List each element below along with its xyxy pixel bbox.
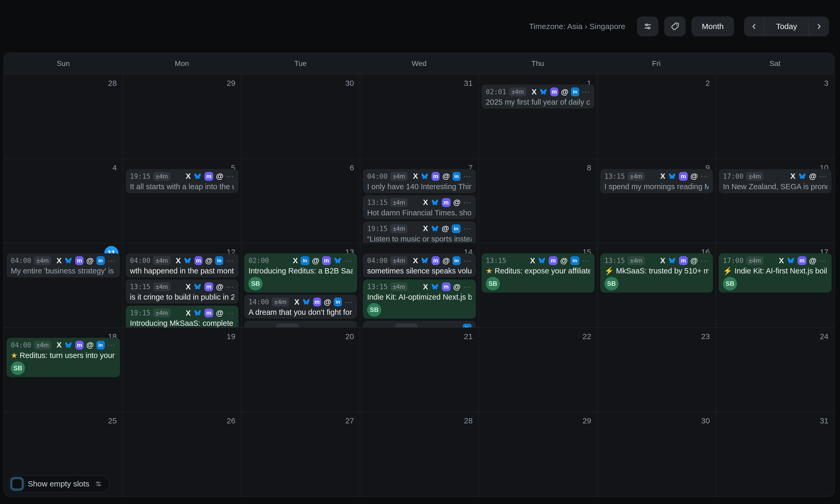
x-icon: X: [293, 257, 298, 265]
event-card[interactable]: 14:00±4mXm@in⋯A dream that you don’t fig…: [244, 295, 357, 319]
day-cell[interactable]: 20: [241, 327, 360, 412]
event-card[interactable]: 02:01±4mXm@in⋯2025 my first full year of…: [482, 85, 595, 109]
day-cell[interactable]: 28: [360, 412, 478, 496]
event-card[interactable]: 13:15±4mXm@⋯⚡MkSaaS: trusted by 510+ mak…: [600, 253, 713, 292]
event-time: 04:00: [11, 257, 31, 265]
day-cell[interactable]: 2: [597, 74, 716, 159]
today-button[interactable]: Today: [764, 17, 809, 36]
day-cell[interactable]: 29: [478, 412, 597, 496]
mastodon-icon: m: [322, 256, 331, 265]
event-card[interactable]: 19:15±4mX@in⋯“Listen to music or sports …: [363, 221, 476, 243]
day-cell[interactable]: 102:01±4mXm@in⋯2025 my first full year o…: [478, 74, 597, 159]
event-card[interactable]: 04:00±4mXm@in⋯My entire 'business strate…: [6, 253, 120, 277]
more-icon[interactable]: ⋯: [463, 172, 472, 181]
event-card[interactable]: 04:00±4mXm@in⋯I only have 140 Interestin…: [363, 169, 476, 193]
more-icon[interactable]: ⋯: [700, 256, 709, 265]
day-cell[interactable]: 519:15±4mXm@⋯It all starts with a leap i…: [123, 159, 241, 243]
day-cell[interactable]: 1302:00Xin@m⋯Introducing Reditus: a B2B …: [241, 243, 360, 327]
next-month-button[interactable]: ›: [809, 17, 829, 36]
more-icon[interactable]: ⋯: [463, 256, 472, 265]
day-cell[interactable]: 704:00±4mXm@in⋯I only have 140 Interesti…: [360, 159, 478, 243]
day-cell[interactable]: 1404:00±4mXm@in⋯sometimes silence speaks…: [360, 243, 478, 327]
more-icon[interactable]: ⋯: [226, 256, 234, 265]
day-cell[interactable]: 3: [716, 74, 834, 159]
more-icon[interactable]: ⋯: [700, 172, 709, 181]
event-meta-row: 13:15Xm@in⋯: [486, 256, 590, 265]
events-list: [719, 422, 832, 496]
filter-settings-button[interactable]: [637, 17, 658, 36]
event-card[interactable]: 19:15±4mXm@⋯It all starts with a leap in…: [126, 169, 239, 193]
event-card[interactable]: 13:15±4mXm@⋯I spend my mornings reading …: [600, 169, 713, 193]
more-icon[interactable]: ⋯: [226, 172, 234, 181]
more-icon[interactable]: ⋯: [226, 308, 234, 318]
more-icon[interactable]: ⋯: [582, 87, 590, 96]
day-cell[interactable]: 22: [478, 327, 597, 412]
mastodon-icon: m: [204, 172, 213, 181]
day-cell[interactable]: 28: [4, 74, 123, 159]
event-card[interactable]: 13:15±4mXm@⋯is it cringe to build in pub…: [126, 280, 239, 304]
day-header-fri: Fri: [597, 53, 716, 74]
view-mode-button[interactable]: Month: [691, 17, 734, 36]
event-card[interactable]: 04:00±4mXm@in⋯★Reditus: turn users into …: [6, 338, 120, 377]
more-icon[interactable]: ⋯: [819, 172, 827, 181]
day-cell[interactable]: 27: [241, 412, 360, 496]
slots-settings-icon[interactable]: [95, 480, 102, 488]
event-card[interactable]: 04:00±4mXm@in⋯wth happened in the past m…: [126, 253, 239, 277]
day-cell[interactable]: 23: [597, 327, 716, 412]
event-card[interactable]: 13:15Xm@in⋯★Reditus: expose your affilia…: [482, 253, 595, 292]
more-icon[interactable]: ⋯: [345, 298, 353, 307]
day-cell[interactable]: 1613:15±4mXm@⋯⚡MkSaaS: trusted by 510+ m…: [597, 243, 716, 327]
day-cell[interactable]: 31: [360, 74, 478, 159]
day-cell[interactable]: 30: [241, 74, 360, 159]
more-icon[interactable]: ⋯: [582, 256, 590, 265]
day-cell[interactable]: 26: [123, 412, 241, 496]
show-empty-slots-checkbox[interactable]: [12, 478, 22, 489]
more-icon[interactable]: ⋯: [463, 198, 472, 207]
linkedin-icon: in: [570, 256, 579, 265]
day-cell[interactable]: 1104:00±4mXm@in⋯My entire 'business stra…: [4, 243, 123, 327]
event-card-clipped[interactable]: [244, 321, 357, 327]
events-list: 04:00±4mXm@in⋯My entire 'business strate…: [6, 253, 120, 327]
event-time: 13:15: [604, 173, 625, 180]
more-icon[interactable]: ⋯: [107, 340, 116, 349]
event-card-clipped[interactable]: in: [363, 321, 476, 327]
events-list: 04:00±4mXm@in⋯sometimes silence speaks v…: [363, 253, 476, 327]
event-meta-row: 04:00±4mXm@in⋯: [367, 172, 472, 181]
event-card[interactable]: 04:00±4mXm@in⋯sometimes silence speaks v…: [363, 253, 476, 277]
day-cell[interactable]: 1717:00±4mXm@⋯⚡Indie Kit: AI-first Next.…: [716, 243, 834, 327]
more-icon[interactable]: ⋯: [345, 256, 353, 265]
day-cell[interactable]: 4: [4, 159, 123, 243]
event-card[interactable]: 13:15±4mXm@⋯Indie Kit: AI-optimized Next…: [363, 280, 476, 319]
day-cell[interactable]: 1513:15Xm@in⋯★Reditus: expose your affil…: [478, 243, 597, 327]
day-cell[interactable]: 913:15±4mXm@⋯I spend my mornings reading…: [597, 159, 716, 243]
tags-button[interactable]: [664, 17, 686, 36]
day-cell[interactable]: 1204:00±4mXm@in⋯wth happened in the past…: [123, 243, 241, 327]
event-card[interactable]: 19:15±4mXm@⋯Introducing MkSaaS: complete…: [126, 306, 239, 327]
day-cell[interactable]: 1017:00±4mX@⋯In New Zealand, SEGA is pro…: [716, 159, 834, 243]
day-cell[interactable]: 19: [123, 327, 241, 412]
event-card[interactable]: 13:15±4mXm@⋯Hot damn Financial Times, sh…: [363, 195, 476, 219]
day-cell[interactable]: 8: [478, 159, 597, 243]
more-icon[interactable]: ⋯: [463, 282, 472, 291]
event-title: wth happened in the past month?...: [130, 266, 235, 275]
day-cell[interactable]: 30: [597, 412, 716, 496]
x-icon: X: [779, 257, 784, 265]
sliders-icon: [643, 22, 652, 31]
event-card[interactable]: 02:00Xin@m⋯Introducing Reditus: a B2B Sa…: [244, 253, 357, 292]
threads-icon: @: [690, 257, 698, 265]
more-icon[interactable]: ⋯: [107, 256, 116, 265]
day-cell[interactable]: 29: [123, 74, 241, 159]
more-icon[interactable]: ⋯: [463, 224, 472, 233]
more-icon[interactable]: ⋯: [226, 282, 234, 291]
day-cell[interactable]: 1804:00±4mXm@in⋯★Reditus: turn users int…: [4, 327, 123, 412]
prev-month-button[interactable]: ‹: [744, 17, 764, 36]
events-list: [126, 422, 239, 496]
more-icon[interactable]: ⋯: [819, 256, 827, 265]
day-cell[interactable]: 6: [241, 159, 360, 243]
event-card[interactable]: 17:00±4mX@⋯In New Zealand, SEGA is prono…: [719, 169, 832, 193]
day-cell[interactable]: 24: [716, 327, 834, 412]
event-card[interactable]: 17:00±4mXm@⋯⚡Indie Kit: AI-first Next.js…: [719, 253, 832, 292]
day-cell[interactable]: 31: [716, 412, 834, 496]
account-avatar: SB: [11, 361, 25, 375]
day-cell[interactable]: 21: [360, 327, 478, 412]
